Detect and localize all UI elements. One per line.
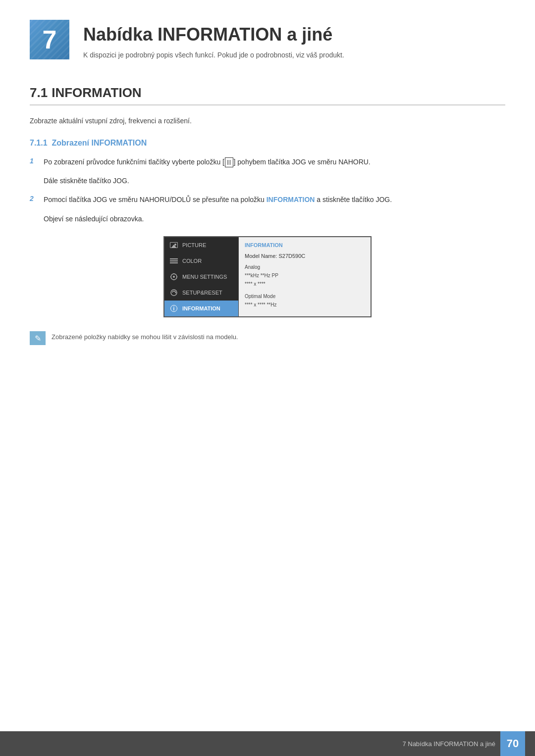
svg-rect-4 [170, 276, 171, 277]
info-optimal: Optimal Mode **** x **** **Hz [245, 292, 365, 309]
step-1-content: Po zobrazení průvodce funkčními tlačítky… [44, 156, 505, 167]
screenshot-container: PICTURE COLOR [30, 236, 505, 317]
menu-settings-icon [169, 273, 178, 280]
step-1: 1 Po zobrazení průvodce funkčními tlačít… [30, 156, 505, 167]
info-model-name: Model Name: S27D590C [245, 253, 365, 259]
svg-rect-3 [173, 279, 174, 280]
svg-rect-5 [176, 276, 177, 277]
svg-marker-7 [175, 292, 176, 294]
chapter-title: Nabídka INFORMATION a jiné [83, 24, 344, 45]
section-7-1-title: 7.1INFORMATION [30, 85, 505, 105]
step-2-content: Pomocí tlačítka JOG ve směru NAHORU/DOLŮ… [44, 194, 505, 205]
picture-icon [169, 242, 178, 249]
info-panel: INFORMATION Model Name: S27D590C Analog … [239, 237, 371, 316]
menu-item-color-label: COLOR [182, 258, 202, 264]
step-1-number: 1 [30, 156, 44, 165]
step-2-text-after: a stiskněte tlačítko JOG. [315, 196, 392, 203]
monitor-ui: PICTURE COLOR [163, 236, 372, 317]
step-2-bold: INFORMATION [267, 196, 315, 203]
menu-item-menu-settings-label: MENU SETTINGS [182, 274, 227, 280]
chapter-subtitle: K dispozici je podrobný popis všech funk… [83, 50, 344, 60]
svg-rect-2 [173, 273, 174, 274]
steps-container: 1 Po zobrazení průvodce funkčními tlačít… [30, 156, 505, 225]
setup-reset-icon [169, 289, 178, 296]
menu-item-setup-reset-label: SETUP&RESET [182, 290, 222, 296]
footer-text: 7 Nabídka INFORMATION a jiné [402, 740, 495, 748]
step-2: 2 Pomocí tlačítka JOG ve směru NAHORU/DO… [30, 194, 505, 205]
menu-item-information-label: INFORMATION [182, 305, 220, 311]
signal-freq: ***kHz **Hz PP [245, 273, 278, 278]
subsection-7-1-1-title: 7.1.1 Zobrazení INFORMATION [30, 139, 505, 148]
footer-page-number: 70 [500, 731, 525, 756]
note-icon [30, 331, 46, 345]
step-1-note: Dále stiskněte tlačítko JOG. [44, 175, 505, 186]
signal-type: Analog [245, 264, 260, 270]
menu-item-setup-reset[interactable]: SETUP&RESET [164, 285, 238, 301]
section-7-1-intro: Zobrazte aktuální vstupní zdroj, frekven… [30, 115, 505, 126]
menu-item-picture-label: PICTURE [182, 242, 206, 248]
svg-point-1 [173, 276, 175, 278]
menu-panel: PICTURE COLOR [164, 237, 239, 316]
menu-item-menu-settings[interactable]: MENU SETTINGS [164, 269, 238, 285]
step-1-text-before: Po zobrazení průvodce funkčními tlačítky… [44, 158, 224, 166]
note-box: Zobrazené položky nabídky se mohou lišit… [30, 331, 505, 345]
chapter-header: 7 Nabídka INFORMATION a jiné K dispozici… [0, 0, 535, 70]
chapter-title-block: Nabídka INFORMATION a jiné K dispozici j… [83, 20, 344, 60]
section-7-1-label: INFORMATION [52, 85, 142, 100]
note-text: Zobrazené položky nabídky se mohou lišit… [52, 331, 238, 343]
optimal-label: Optimal Mode [245, 294, 275, 299]
chapter-number: 7 [43, 25, 57, 54]
step-2-number: 2 [30, 194, 44, 202]
step-1-text-after: ] pohybem tlačítka JOG ve směru NAHORU. [234, 158, 371, 166]
menu-item-color[interactable]: COLOR [164, 253, 238, 269]
section-7-1-number: 7.1 [30, 85, 48, 100]
subsection-number: 7.1.1 [30, 139, 48, 147]
page-footer: 7 Nabídka INFORMATION a jiné 70 [0, 731, 535, 756]
info-signal: Analog ***kHz **Hz PP **** x **** [245, 263, 365, 288]
subsection-label: Zobrazení INFORMATION [52, 139, 147, 147]
step-2-note: Objeví se následující obrazovka. [44, 213, 505, 224]
color-icon [169, 257, 178, 264]
step-2-text-before: Pomocí tlačítka JOG ve směru NAHORU/DOLŮ… [44, 196, 267, 203]
information-icon: i [169, 305, 178, 312]
main-content: 7.1INFORMATION Zobrazte aktuální vstupní… [0, 70, 535, 375]
optimal-res: **** x **** **Hz [245, 302, 276, 307]
signal-res: **** x **** [245, 281, 266, 287]
step-1-icon-bracket: ||| [225, 157, 233, 167]
info-panel-header: INFORMATION [245, 242, 365, 248]
chapter-number-box: 7 [30, 20, 69, 59]
menu-item-information[interactable]: i INFORMATION [164, 301, 238, 316]
menu-item-picture[interactable]: PICTURE [164, 237, 238, 253]
